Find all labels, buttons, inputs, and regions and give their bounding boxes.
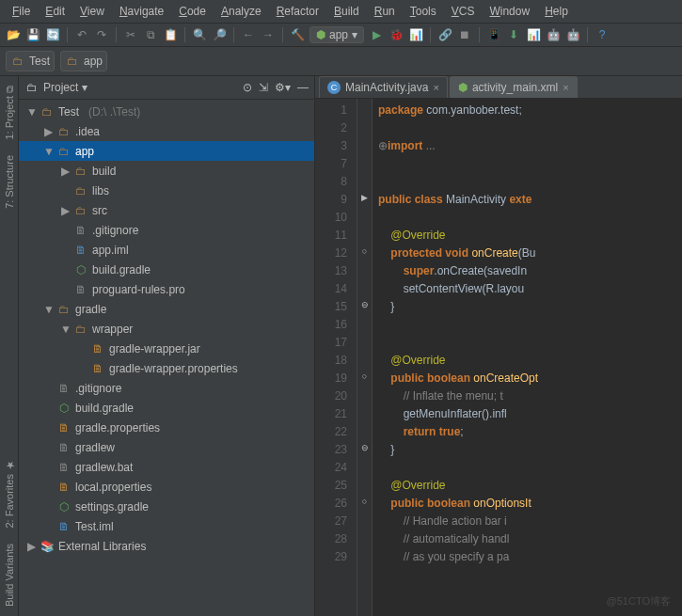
tree-node-settings-gradle[interactable]: ⬡settings.gradle (19, 497, 314, 516)
menu-analyze[interactable]: Analyze (214, 3, 268, 20)
chevron-down-icon: ▾ (352, 28, 357, 41)
editor-tab-activity_main-xml[interactable]: ⬢activity_main.xml× (450, 76, 578, 98)
breadcrumb-item[interactable]: 🗀Test (6, 51, 55, 71)
breadcrumb-label: app (84, 55, 103, 68)
find-icon[interactable]: 🔍 (192, 27, 207, 42)
menu-window[interactable]: Window (483, 3, 536, 20)
breadcrumb-label: Test (29, 55, 50, 68)
editor-tab-mainactivity-java[interactable]: CMainActivity.java× (319, 76, 448, 98)
menu-edit[interactable]: Edit (39, 3, 71, 20)
tree-node-build-gradle[interactable]: ⬡build.gradle (19, 260, 314, 279)
tree-node-gradlew[interactable]: 🗎gradlew (19, 437, 314, 457)
menu-run[interactable]: Run (368, 3, 402, 20)
menu-tools[interactable]: Tools (404, 3, 443, 20)
redo-icon[interactable]: ↷ (94, 27, 109, 42)
project-label: Project (43, 81, 78, 94)
tree-node-build[interactable]: ▶🗀build (19, 161, 314, 181)
tree-node-gradlew-bat[interactable]: 🗎gradlew.bat (19, 457, 314, 477)
editor-tabs: CMainActivity.java×⬢activity_main.xml× (315, 76, 682, 99)
tree-node-gradle[interactable]: ▼🗀gradle (19, 299, 314, 319)
profile-icon[interactable]: 📊 (408, 27, 423, 42)
cut-icon[interactable]: ✂ (123, 27, 138, 42)
chevron-down-icon[interactable]: ▾ (82, 81, 87, 94)
tree-node--idea[interactable]: ▶🗀.idea (19, 121, 314, 141)
close-tab-icon[interactable]: × (563, 82, 568, 93)
gutter-marks: ▶○⊖○⊖○ (357, 99, 373, 616)
tree-node--gitignore[interactable]: 🗎.gitignore (19, 220, 314, 240)
tree-node-app-iml[interactable]: 🗎app.iml (19, 240, 314, 260)
main-toolbar: 📂 💾 🔄 ↶ ↷ ✂ ⧉ 📋 🔍 🔎 ← → 🔨 ⬢ app ▾ ▶ 🐞 📊 … (0, 24, 682, 47)
menu-navigate[interactable]: Navigate (113, 3, 170, 20)
menu-vcs[interactable]: VCS (445, 3, 482, 20)
breadcrumb-bar: 🗀Test 🗀app (0, 47, 682, 76)
menu-build[interactable]: Build (327, 3, 366, 20)
editor-body[interactable]: 1237891011121314151617181920212223242526… (315, 99, 682, 616)
help-icon[interactable]: ? (595, 27, 610, 42)
project-header: 🗀Project ▾ ⊙ ⇲ ⚙▾ — (19, 76, 314, 100)
tree-node-test[interactable]: ▼🗀Test(D:\ .\Test) (19, 102, 314, 121)
folder-icon: 🗀 (65, 54, 80, 69)
android-icon-2[interactable]: 🤖 (546, 27, 561, 42)
make-icon[interactable]: 🔨 (290, 27, 305, 42)
tree-node-test-iml[interactable]: 🗎Test.iml (19, 516, 314, 536)
tree-node-gradle-properties[interactable]: 🗎gradle.properties (19, 418, 314, 437)
watermark: @51CTO博客 (607, 594, 671, 608)
undo-icon[interactable]: ↶ (74, 27, 89, 42)
save-icon[interactable]: 💾 (25, 27, 40, 42)
sync-icon[interactable]: 🔄 (45, 27, 60, 42)
vtab-favorites[interactable]: 2: Favorites ★ (0, 453, 18, 534)
tree-node-src[interactable]: ▶🗀src (19, 200, 314, 220)
android-icon: ⬢ (316, 28, 325, 41)
vtab-structure[interactable]: 7: Structure (0, 150, 18, 214)
code-area[interactable]: package com.yanbober.test;⊕import ...pub… (373, 99, 682, 616)
tree-node-external-libraries[interactable]: ▶📚External Libraries (19, 536, 314, 556)
vtab-project[interactable]: 1: Project ⧉ (0, 80, 18, 146)
monitor-icon[interactable]: 📊 (526, 27, 541, 42)
forward-icon[interactable]: → (261, 27, 276, 42)
run-config-selector[interactable]: ⬢ app ▾ (309, 26, 364, 43)
run-icon[interactable]: ▶ (369, 27, 384, 42)
editor: CMainActivity.java×⬢activity_main.xml× 1… (315, 76, 682, 616)
tree-node-local-properties[interactable]: 🗎local.properties (19, 477, 314, 497)
menu-refactor[interactable]: Refactor (270, 3, 325, 20)
vtab-build-variants[interactable]: Build Variants (0, 538, 18, 612)
project-tree[interactable]: ▼🗀Test(D:\ .\Test)▶🗀.idea▼🗀app▶🗀build🗀li… (19, 100, 314, 616)
tree-node-app[interactable]: ▼🗀app (19, 141, 314, 161)
copy-icon[interactable]: ⧉ (143, 27, 158, 42)
menu-bar: FileEditViewNavigateCodeAnalyzeRefactorB… (0, 0, 682, 24)
paste-icon[interactable]: 📋 (163, 27, 178, 42)
breadcrumb-item[interactable]: 🗀app (60, 51, 107, 71)
sdk-icon[interactable]: ⬇ (506, 27, 521, 42)
tree-node-proguard-rules-pro[interactable]: 🗎proguard-rules.pro (19, 279, 314, 299)
collapse-icon[interactable]: ⇲ (259, 81, 268, 94)
tree-node-wrapper[interactable]: ▼🗀wrapper (19, 319, 314, 339)
folder-icon: 🗀 (10, 54, 25, 69)
avd-icon[interactable]: 📱 (486, 27, 501, 42)
left-tool-strip: 1: Project ⧉ 7: Structure 2: Favorites ★… (0, 76, 19, 616)
workspace: 1: Project ⧉ 7: Structure 2: Favorites ★… (0, 76, 682, 616)
tree-node-gradle-wrapper-jar[interactable]: 🗎gradle-wrapper.jar (19, 339, 314, 358)
tree-node-libs[interactable]: 🗀libs (19, 181, 314, 200)
hide-icon[interactable]: — (297, 81, 309, 94)
tree-node-build-gradle[interactable]: ⬡build.gradle (19, 398, 314, 418)
line-gutter: 1237891011121314151617181920212223242526… (315, 99, 357, 616)
project-panel: 🗀Project ▾ ⊙ ⇲ ⚙▾ — ▼🗀Test(D:\ .\Test)▶🗀… (19, 76, 315, 616)
menu-help[interactable]: Help (538, 3, 575, 20)
back-icon[interactable]: ← (241, 27, 256, 42)
open-icon[interactable]: 📂 (6, 27, 21, 42)
menu-view[interactable]: View (73, 3, 111, 20)
run-config-label: app (329, 28, 348, 41)
locate-icon[interactable]: ⊙ (243, 81, 252, 94)
settings-icon[interactable]: ⚙▾ (275, 81, 291, 94)
android-icon-3[interactable]: 🤖 (565, 27, 580, 42)
tree-node--gitignore[interactable]: 🗎.gitignore (19, 378, 314, 398)
tree-node-gradle-wrapper-properties[interactable]: 🗎gradle-wrapper.properties (19, 358, 314, 378)
debug-icon[interactable]: 🐞 (389, 27, 404, 42)
menu-code[interactable]: Code (172, 3, 213, 20)
attach-icon[interactable]: 🔗 (437, 27, 452, 42)
replace-icon[interactable]: 🔎 (212, 27, 227, 42)
project-icon: 🗀 (24, 80, 40, 95)
menu-file[interactable]: File (6, 3, 37, 20)
close-tab-icon[interactable]: × (433, 82, 438, 93)
stop-icon[interactable]: ⏹ (457, 27, 472, 42)
